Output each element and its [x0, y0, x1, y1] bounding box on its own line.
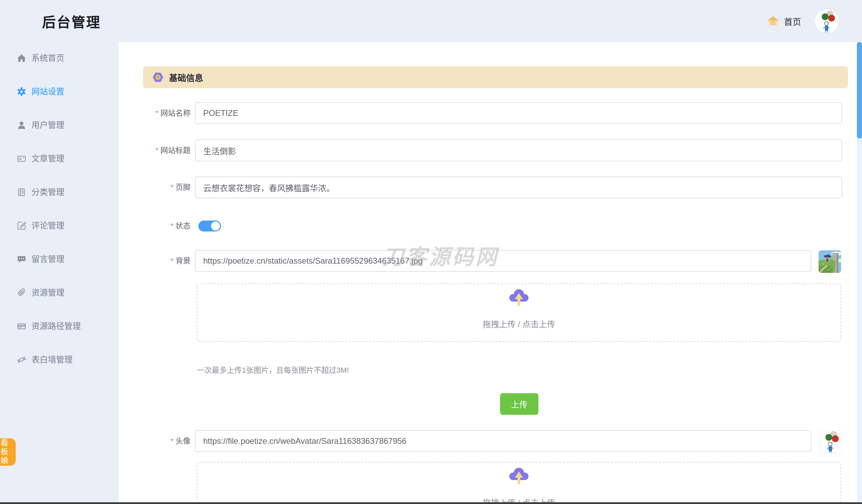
- candy-icon: [16, 355, 27, 365]
- sidebar-item-label: 留言管理: [31, 249, 64, 269]
- sidebar-item-system-home[interactable]: 系统首页: [0, 48, 119, 68]
- gear-icon: [16, 87, 27, 97]
- footer-input[interactable]: [195, 176, 842, 198]
- status-toggle[interactable]: [198, 221, 221, 231]
- card-icon: [16, 321, 27, 331]
- sidebar-item-label: 用户管理: [31, 115, 64, 135]
- header-right: 首页: [767, 9, 839, 33]
- sidebar-item-label: 系统首页: [31, 48, 64, 68]
- status-label: *状态: [119, 215, 191, 237]
- article-icon: [16, 154, 27, 164]
- sidebar-item-label: 分类管理: [31, 182, 64, 202]
- category-icon: [16, 187, 27, 197]
- required-mark: *: [170, 256, 173, 265]
- scrollbar-track[interactable]: [857, 42, 862, 504]
- sidebar-item-label: 网站设置: [31, 81, 64, 102]
- site-name-label: *网站名称: [119, 102, 191, 124]
- background-thumbnail[interactable]: [819, 250, 841, 273]
- section-header-basic-info: 基础信息: [143, 66, 848, 88]
- required-mark: *: [170, 222, 173, 230]
- scrollbar-thumb[interactable]: [857, 42, 862, 138]
- app-logo: 后台管理: [42, 11, 101, 31]
- avatar-image: [819, 430, 842, 453]
- home-link[interactable]: 首页: [767, 15, 801, 27]
- section-title: 基础信息: [169, 71, 203, 83]
- background-dropzone[interactable]: 拖拽上传 / 点击上传: [197, 283, 841, 342]
- flower-gear-icon: [152, 71, 164, 83]
- background-url-input[interactable]: [195, 250, 811, 272]
- sidebar-item-categories[interactable]: 分类管理: [0, 182, 119, 202]
- home-link-label: 首页: [784, 15, 801, 27]
- sidebar-item-label: 资源路径管理: [31, 316, 81, 336]
- sidebar-item-guestbook[interactable]: 留言管理: [0, 249, 119, 269]
- upload-hint: 一次最多上传1张图片，且每张图片不超过3M!: [197, 364, 349, 375]
- paperclip-icon: [16, 288, 27, 298]
- message-icon: [16, 254, 27, 264]
- avatar-url-input[interactable]: [195, 430, 811, 452]
- bottom-edge-bar: [0, 502, 862, 504]
- sidebar-item-label: 文章管理: [31, 148, 64, 169]
- required-mark: *: [170, 437, 173, 445]
- site-name-input[interactable]: [195, 102, 842, 124]
- dropzone-text: 拖拽上传 / 点击上传: [197, 318, 840, 330]
- user-icon: [16, 120, 27, 130]
- background-label: *背景: [119, 250, 191, 272]
- upload-button[interactable]: 上传: [500, 393, 538, 415]
- avatar-dropzone[interactable]: 拖拽上传 / 点击上传: [197, 462, 841, 504]
- content-panel: 基础信息 *网站名称 *网站标题 *页脚 *状态 *背景: [119, 42, 857, 504]
- avatar-label: *头像: [119, 430, 191, 452]
- sidebar: 系统首页 网站设置: [0, 42, 119, 504]
- sidebar-item-comments[interactable]: 评论管理: [0, 215, 119, 236]
- sidebar-item-users[interactable]: 用户管理: [0, 115, 119, 135]
- toggle-knob: [211, 222, 220, 230]
- house-icon: [767, 15, 779, 27]
- site-title-input[interactable]: [195, 140, 842, 161]
- avatar-illustration: [815, 9, 839, 33]
- sidebar-item-resource-paths[interactable]: 资源路径管理: [0, 316, 119, 336]
- site-title-label: *网站标题: [119, 140, 191, 161]
- sidebar-item-articles[interactable]: 文章管理: [0, 148, 119, 169]
- required-mark: *: [155, 146, 158, 155]
- comment-edit-icon: [16, 221, 27, 231]
- sidebar-item-label: 表白墙管理: [31, 349, 73, 370]
- sidebar-item-label: 评论管理: [31, 215, 64, 236]
- user-avatar[interactable]: [815, 9, 839, 33]
- home-icon: [16, 53, 27, 63]
- upload-cloud-icon: [197, 466, 840, 487]
- sidebar-item-site-settings[interactable]: 网站设置: [0, 81, 119, 102]
- mascot-badge[interactable]: 看板娘: [0, 438, 16, 466]
- landscape-image: [819, 250, 841, 273]
- upload-cloud-icon: [197, 288, 840, 309]
- footer-label: *页脚: [119, 176, 191, 198]
- app: 后台管理 首页: [0, 0, 862, 504]
- sidebar-item-label: 资源管理: [31, 282, 64, 303]
- required-mark: *: [155, 109, 158, 117]
- sidebar-item-resources[interactable]: 资源管理: [0, 282, 119, 303]
- required-mark: *: [170, 183, 173, 191]
- avatar-thumbnail[interactable]: [819, 430, 842, 453]
- app-header: 后台管理 首页: [0, 0, 862, 42]
- sidebar-item-confession-wall[interactable]: 表白墙管理: [0, 349, 119, 370]
